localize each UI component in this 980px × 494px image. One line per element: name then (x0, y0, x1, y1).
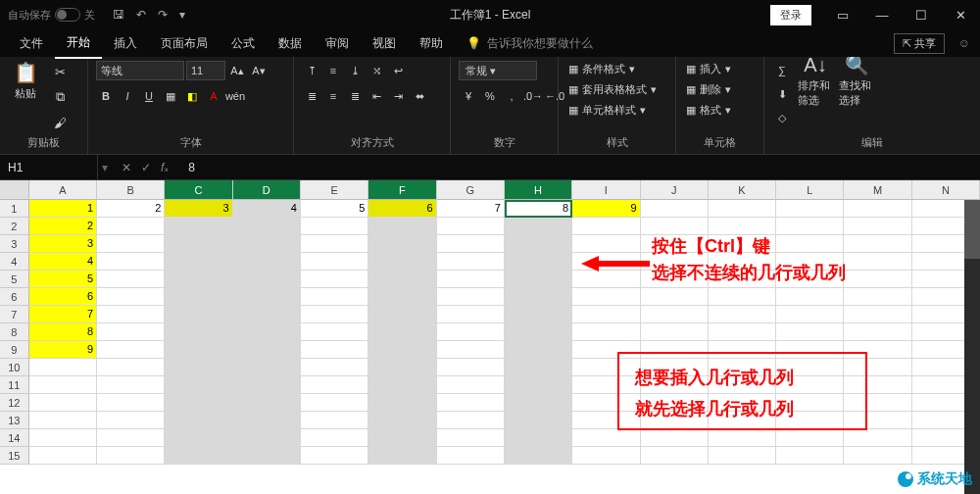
cell-E1[interactable]: 5 (301, 200, 368, 218)
cell-B4[interactable] (97, 253, 165, 271)
increase-indent-icon[interactable]: ⇥ (388, 86, 408, 106)
cell-A9[interactable]: 9 (29, 341, 97, 359)
cell-H3[interactable] (505, 235, 572, 253)
merge-icon[interactable]: ⬌ (410, 86, 429, 106)
cell-F4[interactable] (368, 253, 436, 271)
cell-A8[interactable]: 8 (29, 323, 97, 341)
decrease-font-icon[interactable]: A▾ (249, 61, 269, 80)
smiley-icon[interactable]: ☺ (958, 36, 970, 50)
row-header-13[interactable]: 13 (0, 412, 29, 429)
cell-C3[interactable] (165, 235, 232, 253)
cell-J6[interactable] (641, 288, 709, 306)
cell-C11[interactable] (165, 376, 232, 394)
row-header-6[interactable]: 6 (0, 288, 29, 306)
cell-B9[interactable] (97, 341, 165, 359)
clear-icon[interactable]: ◇ (772, 108, 792, 127)
vertical-scrollbar[interactable] (964, 200, 980, 494)
col-header-F[interactable]: F (368, 180, 436, 200)
cell-H15[interactable] (505, 447, 572, 465)
cell-I5[interactable] (572, 271, 640, 288)
insert-cells-button[interactable]: ▦插入 ▾ (684, 61, 733, 77)
cell-G10[interactable] (437, 359, 505, 376)
cell-G8[interactable] (437, 323, 505, 341)
cell-H12[interactable] (505, 394, 572, 412)
orientation-icon[interactable]: ⤭ (367, 61, 386, 80)
cell-C13[interactable] (165, 412, 232, 429)
cell-C1[interactable]: 3 (165, 200, 232, 218)
cell-I14[interactable] (572, 429, 640, 447)
col-header-M[interactable]: M (844, 180, 911, 200)
cell-G3[interactable] (437, 235, 505, 253)
cell-F3[interactable] (368, 235, 436, 253)
cell-D4[interactable] (233, 253, 301, 271)
cell-M3[interactable] (844, 235, 911, 253)
cell-F6[interactable] (368, 288, 436, 306)
cell-K2[interactable] (709, 218, 776, 235)
cell-A14[interactable] (29, 429, 97, 447)
cell-A2[interactable]: 2 (29, 218, 97, 235)
cell-F1[interactable]: 6 (368, 200, 436, 218)
cell-D9[interactable] (233, 341, 301, 359)
cell-D15[interactable] (233, 447, 301, 465)
align-top-icon[interactable]: ⤒ (302, 61, 321, 80)
cell-L14[interactable] (776, 429, 844, 447)
cell-K7[interactable] (709, 306, 776, 323)
cell-E2[interactable] (301, 218, 368, 235)
fx-icon[interactable]: fₓ (161, 161, 169, 174)
percent-icon[interactable]: % (480, 86, 500, 106)
cell-A7[interactable]: 7 (29, 306, 97, 323)
col-header-H[interactable]: H (505, 180, 572, 200)
cell-K1[interactable] (709, 200, 776, 218)
cell-A6[interactable]: 6 (29, 288, 97, 306)
cell-E15[interactable] (301, 447, 368, 465)
font-size-select[interactable] (186, 61, 225, 80)
cell-H9[interactable] (505, 341, 572, 359)
col-header-D[interactable]: D (233, 180, 301, 200)
cell-G14[interactable] (437, 429, 505, 447)
cell-L3[interactable] (776, 235, 844, 253)
col-header-K[interactable]: K (709, 180, 776, 200)
cell-J7[interactable] (641, 306, 709, 323)
format-table-button[interactable]: ▦套用表格格式 ▾ (566, 81, 659, 98)
align-left-icon[interactable]: ≣ (302, 86, 321, 106)
border-icon[interactable]: ▦ (161, 86, 180, 106)
phonetic-icon[interactable]: wén (225, 86, 245, 106)
cell-I8[interactable] (572, 323, 640, 341)
cell-E11[interactable] (301, 376, 368, 394)
row-header-14[interactable]: 14 (0, 429, 29, 447)
cell-G12[interactable] (437, 394, 505, 412)
cell-D5[interactable] (233, 271, 301, 288)
cell-I2[interactable] (572, 218, 640, 235)
cell-C5[interactable] (165, 271, 232, 288)
paste-button[interactable]: 📋 粘贴 (8, 61, 43, 100)
cell-K14[interactable] (709, 429, 776, 447)
cell-A1[interactable]: 1 (29, 200, 97, 218)
conditional-format-button[interactable]: ▦条件格式 ▾ (566, 61, 637, 77)
cell-G2[interactable] (437, 218, 505, 235)
cell-B7[interactable] (97, 306, 165, 323)
cell-C12[interactable] (165, 394, 232, 412)
cell-E4[interactable] (301, 253, 368, 271)
row-header-5[interactable]: 5 (0, 271, 29, 288)
cell-C2[interactable] (165, 218, 232, 235)
minimize-icon[interactable]: — (862, 0, 902, 29)
cell-E7[interactable] (301, 306, 368, 323)
cell-K15[interactable] (709, 447, 776, 465)
cell-E12[interactable] (301, 394, 368, 412)
find-select-button[interactable]: 🔍 查找和选择 (839, 61, 874, 100)
cell-D10[interactable] (233, 359, 301, 376)
cell-G7[interactable] (437, 306, 505, 323)
row-header-1[interactable]: 1 (0, 200, 29, 218)
font-name-select[interactable] (96, 61, 184, 80)
cell-K6[interactable] (709, 288, 776, 306)
row-header-11[interactable]: 11 (0, 376, 29, 394)
col-header-A[interactable]: A (29, 180, 97, 200)
cell-E5[interactable] (301, 271, 368, 288)
decrease-indent-icon[interactable]: ⇤ (367, 86, 386, 106)
cell-I6[interactable] (572, 288, 640, 306)
cell-G4[interactable] (437, 253, 505, 271)
comma-icon[interactable]: , (502, 86, 521, 106)
select-all-corner[interactable] (0, 180, 29, 200)
col-header-E[interactable]: E (301, 180, 368, 200)
col-header-C[interactable]: C (165, 180, 232, 200)
